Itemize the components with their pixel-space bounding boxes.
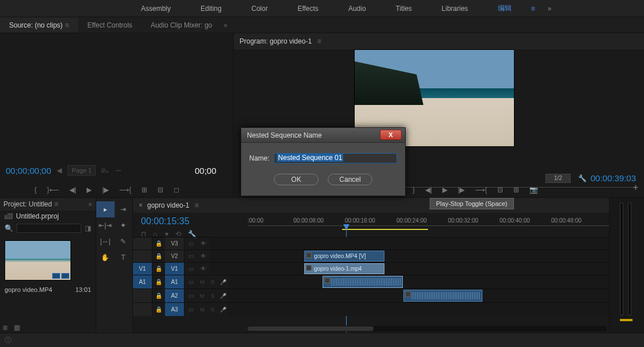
track-target[interactable]: A3 — [165, 303, 184, 316]
mute-icon[interactable]: ▭ — [184, 306, 197, 313]
ws-tab-audio[interactable]: Audio — [333, 5, 381, 13]
ripple-tool[interactable]: ⇤|⇥ — [96, 217, 115, 233]
s-icon[interactable]: S — [207, 279, 218, 285]
step-fwd-icon[interactable]: |▶ — [458, 186, 465, 194]
timeline-menu-icon[interactable]: ≡ — [193, 201, 198, 209]
fit-icon[interactable]: ⎚▸ — [101, 166, 109, 174]
expand-icon[interactable]: ↔ — [115, 166, 122, 174]
icon-view-icon[interactable]: ▦ — [14, 323, 20, 332]
s-icon[interactable]: S — [207, 307, 218, 313]
extract-icon[interactable]: ⊞ — [513, 186, 519, 194]
timeline-ruler[interactable]: :00:00 00:00:08:00 00:00:16:00 00:00:24:… — [248, 217, 609, 233]
ws-tab-assembly[interactable]: Assembly — [126, 5, 186, 13]
eye-icon[interactable]: ▭ — [184, 240, 197, 247]
src-patch[interactable]: A1 — [133, 275, 152, 288]
track-target[interactable]: A2 — [165, 289, 184, 302]
mark-out-icon[interactable]: } — [413, 186, 415, 194]
goto-out-icon[interactable]: ⟶{ — [475, 186, 487, 194]
lift-icon[interactable]: ⊟ — [497, 186, 503, 194]
ws-tab-color[interactable]: Color — [237, 5, 283, 13]
razor-tool[interactable]: ✎ — [115, 233, 133, 249]
play-icon[interactable]: ▶ — [87, 186, 92, 194]
program-menu-icon[interactable]: ≡ — [315, 37, 321, 45]
lock-icon[interactable]: 🔒 — [152, 306, 165, 313]
track-target[interactable]: V2 — [165, 250, 184, 262]
ws-tab-editing[interactable]: Editing — [186, 5, 237, 13]
mic-icon[interactable]: 🎤 — [218, 307, 228, 313]
insert-icon[interactable]: ⊞ — [142, 186, 147, 194]
slip-tool[interactable]: ✋ — [96, 249, 115, 266]
s-icon[interactable]: S — [207, 293, 218, 299]
mark-out-icon[interactable]: }⟵ — [47, 186, 59, 194]
eye-icon[interactable]: ▭ — [184, 253, 197, 259]
clip-a2[interactable] — [403, 290, 482, 302]
m-icon[interactable]: M — [197, 279, 207, 285]
visibility-icon[interactable]: 👁 — [197, 253, 210, 259]
selection-tool[interactable]: ▸ — [96, 201, 115, 217]
src-patch[interactable] — [133, 289, 152, 302]
track-target[interactable]: V3 — [165, 237, 184, 249]
track-lane[interactable]: gopro video-1.mp4 — [210, 263, 609, 275]
source-overflow-icon[interactable]: » — [223, 21, 227, 29]
sequence-name[interactable]: gopro video-1 — [147, 201, 189, 209]
ok-button[interactable]: OK — [274, 174, 319, 185]
track-lane[interactable] — [228, 275, 609, 288]
settings-wrench-icon[interactable]: 🔧 — [578, 174, 587, 182]
ws-tab-libraries[interactable]: Libraries — [427, 5, 483, 13]
lock-icon[interactable]: 🔒 — [152, 253, 165, 259]
mic-icon[interactable]: 🎤 — [218, 279, 228, 285]
export-frame-icon[interactable]: 📷 — [529, 186, 538, 194]
work-area-bar[interactable] — [342, 229, 428, 230]
rate-tool[interactable]: |↔| — [96, 233, 115, 249]
program-timecode[interactable]: 00:00:39:03 — [591, 173, 636, 183]
track-lane[interactable] — [210, 237, 609, 249]
dialog-close-button[interactable]: X — [380, 130, 402, 140]
clip-a1[interactable] — [323, 276, 403, 288]
timeline-timecode[interactable]: 00:00:15:35 — [141, 216, 190, 227]
src-patch[interactable]: V1 — [133, 263, 152, 275]
name-input[interactable]: Nested Sequence 01 — [274, 153, 397, 163]
visibility-icon[interactable]: 👁 — [197, 266, 210, 272]
step-fwd-icon[interactable]: |▶ — [102, 186, 109, 194]
lock-icon[interactable]: 🔒 — [152, 293, 165, 299]
source-tab[interactable]: Source: (no clips)≡ — [0, 17, 78, 33]
resolution-dropdown[interactable]: 1/2 — [545, 174, 571, 183]
search-icon[interactable]: 🔍 — [5, 224, 13, 232]
menu-lines-icon[interactable]: ≡ — [531, 5, 535, 13]
list-view-icon[interactable]: ≣ — [2, 323, 8, 332]
track-target[interactable]: V1 — [165, 263, 184, 275]
add-button-icon[interactable]: + — [633, 182, 638, 193]
eye-icon[interactable]: ▭ — [184, 266, 197, 272]
export-frame-icon[interactable]: ◻ — [174, 186, 179, 194]
ws-tab-edit-cn[interactable]: 编辑 — [483, 3, 527, 13]
timeline-h-scrollbar[interactable] — [248, 326, 607, 332]
step-back-icon[interactable]: ◀| — [425, 186, 432, 194]
goto-out-icon[interactable]: ⟶{ — [119, 186, 131, 194]
page-prev-icon[interactable]: ◀ — [57, 166, 62, 174]
project-file-row[interactable]: Untitled.prproj — [0, 210, 96, 222]
project-item-thumb[interactable] — [5, 240, 71, 280]
overflow-icon[interactable]: » — [548, 5, 552, 13]
src-patch[interactable] — [133, 237, 152, 249]
cancel-button[interactable]: Cancel — [328, 174, 372, 185]
ws-tab-effects[interactable]: Effects — [282, 5, 333, 13]
project-menu-icon[interactable]: ≡ — [54, 200, 58, 208]
panel-menu-icon[interactable]: ≡ — [65, 21, 69, 29]
dialog-titlebar[interactable]: Nested Sequence Name X — [241, 128, 405, 143]
track-select-tool[interactable]: ⇥ — [115, 201, 133, 217]
track-lane[interactable] — [228, 303, 609, 316]
lock-icon[interactable]: 🔒 — [152, 266, 165, 272]
mute-icon[interactable]: ▭ — [184, 279, 197, 285]
lock-icon[interactable]: 🔒 — [152, 240, 165, 247]
ws-tab-titles[interactable]: Titles — [381, 5, 427, 13]
filter-icon[interactable]: ◨ — [85, 224, 91, 232]
type-tool[interactable]: T — [115, 249, 133, 266]
clip-v1[interactable]: gopro video-1.mp4 — [304, 263, 384, 274]
src-patch[interactable] — [133, 250, 152, 262]
mark-in-icon[interactable]: { — [34, 186, 37, 194]
clip-v2[interactable]: gopro video.MP4 [V] — [304, 251, 384, 262]
track-lane[interactable]: gopro video.MP4 [V] — [210, 250, 609, 262]
overwrite-icon[interactable]: ⊟ — [158, 186, 163, 194]
track-target[interactable]: A1 — [165, 275, 184, 288]
lock-icon[interactable]: 🔒 — [152, 279, 165, 285]
